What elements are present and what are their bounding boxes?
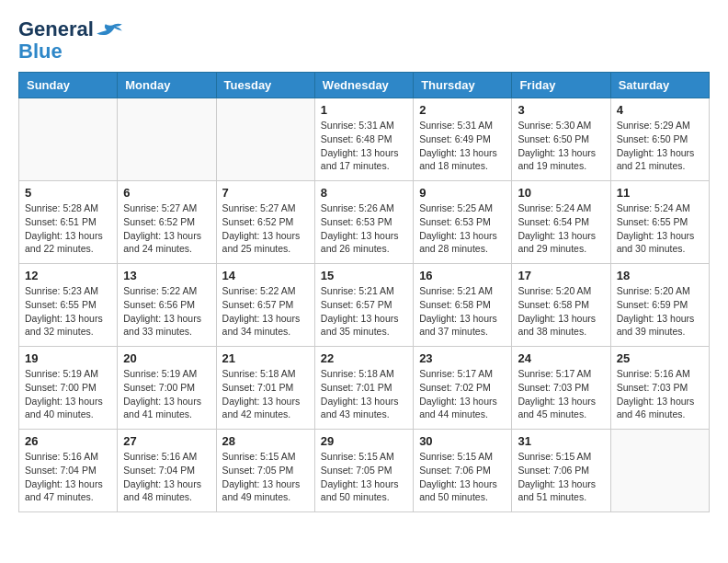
weekday-header-sunday: Sunday — [19, 73, 118, 98]
day-number: 10 — [518, 186, 604, 200]
page: GeneralBlue SundayMondayTuesdayWednesday… — [0, 0, 728, 522]
day-number: 27 — [123, 434, 210, 448]
calendar-table: SundayMondayTuesdayWednesdayThursdayFrid… — [18, 72, 710, 512]
day-info: Sunrise: 5:22 AM Sunset: 6:56 PM Dayligh… — [123, 284, 210, 339]
calendar-cell: 19Sunrise: 5:19 AM Sunset: 7:00 PM Dayli… — [19, 347, 118, 430]
calendar-week-row: 19Sunrise: 5:19 AM Sunset: 7:00 PM Dayli… — [19, 347, 710, 430]
day-number: 8 — [321, 186, 407, 200]
day-info: Sunrise: 5:19 AM Sunset: 7:00 PM Dayligh… — [123, 367, 210, 421]
day-number: 11 — [617, 186, 703, 200]
calendar-cell: 30Sunrise: 5:15 AM Sunset: 7:06 PM Dayli… — [414, 430, 512, 512]
calendar-cell: 4Sunrise: 5:29 AM Sunset: 6:50 PM Daylig… — [610, 98, 709, 181]
calendar-cell: 22Sunrise: 5:18 AM Sunset: 7:01 PM Dayli… — [314, 347, 413, 430]
day-info: Sunrise: 5:16 AM Sunset: 7:04 PM Dayligh… — [123, 450, 210, 504]
calendar-cell: 1Sunrise: 5:31 AM Sunset: 6:48 PM Daylig… — [314, 98, 413, 181]
weekday-header-friday: Friday — [512, 73, 610, 98]
day-number: 16 — [419, 269, 506, 282]
day-number: 23 — [419, 351, 506, 365]
calendar-cell: 15Sunrise: 5:21 AM Sunset: 6:57 PM Dayli… — [314, 264, 413, 347]
day-info: Sunrise: 5:16 AM Sunset: 7:03 PM Dayligh… — [617, 367, 703, 421]
day-number: 31 — [518, 434, 604, 448]
day-info: Sunrise: 5:25 AM Sunset: 6:53 PM Dayligh… — [419, 201, 506, 256]
calendar-cell: 23Sunrise: 5:17 AM Sunset: 7:02 PM Dayli… — [414, 347, 512, 430]
day-number: 1 — [321, 103, 407, 117]
logo-text: GeneralBlue — [18, 18, 94, 63]
day-info: Sunrise: 5:21 AM Sunset: 6:57 PM Dayligh… — [321, 284, 407, 339]
calendar-header-row: SundayMondayTuesdayWednesdayThursdayFrid… — [19, 73, 710, 98]
day-info: Sunrise: 5:18 AM Sunset: 7:01 PM Dayligh… — [222, 367, 309, 421]
day-info: Sunrise: 5:18 AM Sunset: 7:01 PM Dayligh… — [321, 367, 407, 421]
calendar-cell: 20Sunrise: 5:19 AM Sunset: 7:00 PM Dayli… — [118, 347, 216, 430]
calendar-cell: 16Sunrise: 5:21 AM Sunset: 6:58 PM Dayli… — [414, 264, 512, 347]
day-number: 17 — [518, 269, 604, 282]
header: GeneralBlue — [18, 18, 710, 63]
day-info: Sunrise: 5:31 AM Sunset: 6:49 PM Dayligh… — [419, 119, 506, 173]
day-info: Sunrise: 5:21 AM Sunset: 6:58 PM Dayligh… — [419, 284, 506, 339]
logo-blue: Blue — [18, 40, 63, 63]
day-number: 3 — [518, 103, 604, 117]
day-info: Sunrise: 5:17 AM Sunset: 7:02 PM Dayligh… — [419, 367, 506, 421]
calendar-cell: 25Sunrise: 5:16 AM Sunset: 7:03 PM Dayli… — [610, 347, 709, 430]
weekday-header-thursday: Thursday — [414, 73, 512, 98]
calendar-cell: 29Sunrise: 5:15 AM Sunset: 7:05 PM Dayli… — [314, 430, 413, 512]
calendar-cell: 8Sunrise: 5:26 AM Sunset: 6:53 PM Daylig… — [314, 181, 413, 264]
calendar-week-row: 1Sunrise: 5:31 AM Sunset: 6:48 PM Daylig… — [19, 98, 710, 181]
calendar-cell: 5Sunrise: 5:28 AM Sunset: 6:51 PM Daylig… — [19, 181, 118, 264]
calendar-cell: 3Sunrise: 5:30 AM Sunset: 6:50 PM Daylig… — [512, 98, 610, 181]
day-info: Sunrise: 5:28 AM Sunset: 6:51 PM Dayligh… — [25, 201, 111, 256]
day-info: Sunrise: 5:27 AM Sunset: 6:52 PM Dayligh… — [123, 201, 210, 256]
logo: GeneralBlue — [18, 18, 123, 63]
calendar-cell: 28Sunrise: 5:15 AM Sunset: 7:05 PM Dayli… — [216, 430, 314, 512]
day-info: Sunrise: 5:24 AM Sunset: 6:54 PM Dayligh… — [518, 201, 604, 256]
calendar-cell: 17Sunrise: 5:20 AM Sunset: 6:58 PM Dayli… — [512, 264, 610, 347]
day-number: 13 — [123, 269, 210, 282]
day-number: 20 — [123, 351, 210, 365]
calendar-cell: 14Sunrise: 5:22 AM Sunset: 6:57 PM Dayli… — [216, 264, 314, 347]
day-number: 14 — [222, 269, 309, 282]
day-number: 24 — [518, 351, 604, 365]
day-number: 4 — [617, 103, 703, 117]
day-number: 9 — [419, 186, 506, 200]
day-number: 2 — [419, 103, 506, 117]
logo-bird-icon — [96, 18, 123, 46]
calendar-cell: 2Sunrise: 5:31 AM Sunset: 6:49 PM Daylig… — [414, 98, 512, 181]
day-info: Sunrise: 5:15 AM Sunset: 7:05 PM Dayligh… — [222, 450, 309, 504]
day-info: Sunrise: 5:15 AM Sunset: 7:06 PM Dayligh… — [518, 450, 604, 504]
weekday-header-saturday: Saturday — [610, 73, 709, 98]
weekday-header-tuesday: Tuesday — [216, 73, 314, 98]
day-info: Sunrise: 5:20 AM Sunset: 6:58 PM Dayligh… — [518, 284, 604, 339]
day-number: 30 — [419, 434, 506, 448]
day-number: 28 — [222, 434, 309, 448]
calendar-cell: 24Sunrise: 5:17 AM Sunset: 7:03 PM Dayli… — [512, 347, 610, 430]
weekday-header-wednesday: Wednesday — [314, 73, 413, 98]
calendar-cell — [118, 98, 216, 181]
calendar-cell: 26Sunrise: 5:16 AM Sunset: 7:04 PM Dayli… — [19, 430, 118, 512]
day-number: 19 — [25, 351, 111, 365]
day-number: 5 — [25, 186, 111, 200]
calendar-cell: 31Sunrise: 5:15 AM Sunset: 7:06 PM Dayli… — [512, 430, 610, 512]
calendar-week-row: 12Sunrise: 5:23 AM Sunset: 6:55 PM Dayli… — [19, 264, 710, 347]
day-info: Sunrise: 5:30 AM Sunset: 6:50 PM Dayligh… — [518, 119, 604, 173]
day-number: 29 — [321, 434, 407, 448]
day-info: Sunrise: 5:27 AM Sunset: 6:52 PM Dayligh… — [222, 201, 309, 256]
day-number: 12 — [25, 269, 111, 282]
day-info: Sunrise: 5:17 AM Sunset: 7:03 PM Dayligh… — [518, 367, 604, 421]
day-info: Sunrise: 5:15 AM Sunset: 7:06 PM Dayligh… — [419, 450, 506, 504]
calendar-cell: 18Sunrise: 5:20 AM Sunset: 6:59 PM Dayli… — [610, 264, 709, 347]
calendar-week-row: 26Sunrise: 5:16 AM Sunset: 7:04 PM Dayli… — [19, 430, 710, 512]
calendar-cell: 27Sunrise: 5:16 AM Sunset: 7:04 PM Dayli… — [118, 430, 216, 512]
day-info: Sunrise: 5:24 AM Sunset: 6:55 PM Dayligh… — [617, 201, 703, 256]
weekday-header-monday: Monday — [118, 73, 216, 98]
day-info: Sunrise: 5:15 AM Sunset: 7:05 PM Dayligh… — [321, 450, 407, 504]
day-number: 22 — [321, 351, 407, 365]
day-info: Sunrise: 5:22 AM Sunset: 6:57 PM Dayligh… — [222, 284, 309, 339]
calendar-cell — [19, 98, 118, 181]
day-number: 25 — [617, 351, 703, 365]
calendar-cell: 21Sunrise: 5:18 AM Sunset: 7:01 PM Dayli… — [216, 347, 314, 430]
day-info: Sunrise: 5:20 AM Sunset: 6:59 PM Dayligh… — [617, 284, 703, 339]
day-number: 26 — [25, 434, 111, 448]
calendar-cell: 13Sunrise: 5:22 AM Sunset: 6:56 PM Dayli… — [118, 264, 216, 347]
day-number: 18 — [617, 269, 703, 282]
day-info: Sunrise: 5:26 AM Sunset: 6:53 PM Dayligh… — [321, 201, 407, 256]
day-info: Sunrise: 5:31 AM Sunset: 6:48 PM Dayligh… — [321, 119, 407, 173]
